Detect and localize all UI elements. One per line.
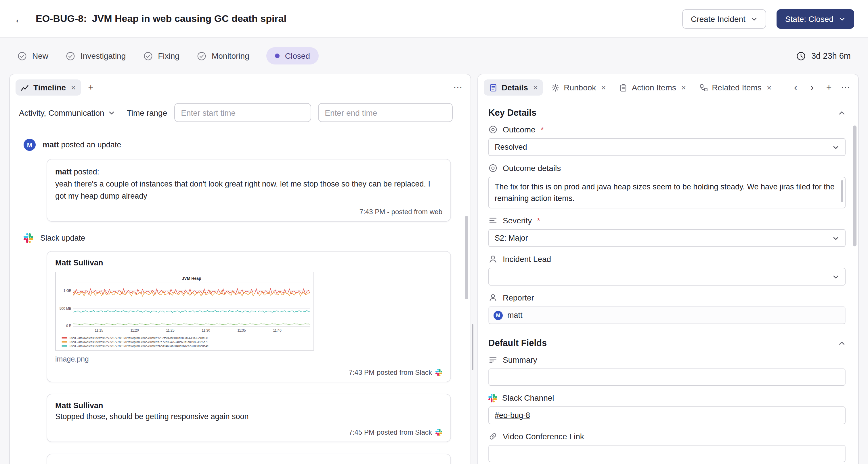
slack-author: Matt Sullivan: [55, 401, 442, 410]
x-tick: 11:20: [130, 328, 138, 332]
attachment-filename[interactable]: image.png: [55, 355, 442, 363]
timeline-more-button[interactable]: ⋯: [451, 81, 465, 94]
stage-new[interactable]: New: [17, 51, 48, 61]
default-fields-header: Default Fields: [488, 338, 845, 348]
legend-dash-icon: [62, 338, 67, 339]
tab-label: Timeline: [33, 83, 66, 92]
tab-runbook[interactable]: Runbook ×: [546, 80, 611, 95]
add-tab-button[interactable]: +: [84, 81, 97, 94]
slack-channel-link[interactable]: #eo-bug-8: [495, 411, 530, 420]
tab-label: Related Items: [712, 83, 762, 92]
y-tick: 500 MB: [60, 307, 71, 311]
slack-author: Matt Sullivan: [55, 259, 442, 267]
stage-closed[interactable]: Closed: [267, 47, 319, 64]
tab-related-items[interactable]: Related Items ×: [694, 80, 777, 95]
end-time-input[interactable]: [318, 103, 453, 122]
timestamp: 7:43 PM - posted from web: [360, 208, 442, 216]
label-text: Summary: [503, 355, 537, 365]
activity-filter-dropdown[interactable]: Activity, Communication: [19, 108, 115, 117]
person-icon: [488, 255, 498, 264]
related-items-icon: [699, 83, 708, 92]
state-label: State: Closed: [785, 14, 834, 23]
close-icon[interactable]: ×: [681, 84, 686, 91]
incident-duration: 3d 23h 6m: [796, 51, 851, 61]
entry-header: M matt posted an update: [24, 139, 451, 151]
legend-label: used - arn:aws:ecs:us-west-2:72287728817…: [70, 345, 209, 348]
start-time-input[interactable]: [174, 103, 311, 122]
select-value: S2: Major: [495, 234, 528, 242]
collapse-section-button[interactable]: [838, 109, 845, 117]
main-area: Timeline × + ⋯ Activity, Communication T…: [0, 74, 868, 464]
timeline-scrollbar[interactable]: [465, 216, 468, 299]
legend-row: used - arn:aws:ecs:us-west-2:72287728817…: [62, 344, 313, 348]
entry-header: Slack update: [24, 233, 451, 243]
slack-icon: [435, 429, 442, 435]
closed-dot-icon: [275, 54, 280, 58]
target-icon: [488, 125, 498, 134]
close-icon[interactable]: ×: [71, 84, 75, 91]
close-icon[interactable]: ×: [533, 84, 538, 91]
create-incident-label: Create Incident: [691, 14, 745, 23]
slack-channel-box: #eo-bug-8: [488, 406, 845, 424]
outcome-details-textarea[interactable]: The fix for this is on prod and java hea…: [488, 177, 845, 208]
label-text: Incident Lead: [503, 255, 551, 264]
tabs-scroll-left-button[interactable]: ‹: [788, 81, 802, 94]
label-text: Severity: [503, 216, 532, 225]
legend-row: used - arn:aws:ecs:us-west-2:72287728817…: [62, 340, 313, 344]
outcome-select[interactable]: Resolved: [488, 138, 845, 156]
field-label: Outcome *: [488, 125, 845, 134]
legend-row: used - arn:aws:ecs:us-west-2:72287728817…: [62, 348, 313, 349]
label-text: Reporter: [503, 293, 534, 302]
tab-timeline[interactable]: Timeline ×: [16, 80, 81, 95]
incident-lead-select[interactable]: [488, 268, 845, 286]
update-text: yeah there's a couple of instances that …: [55, 180, 430, 200]
person-icon: [488, 293, 498, 302]
field-label: Outcome details: [488, 164, 845, 173]
summary-input[interactable]: [488, 369, 845, 386]
stage-monitoring[interactable]: Monitoring: [197, 51, 249, 61]
tab-action-items[interactable]: Action Items ×: [614, 80, 691, 95]
tabs-scroll-right-button[interactable]: ›: [805, 81, 819, 94]
legend-row: used - arn:aws:ecs:us-west-2:72287728817…: [62, 336, 313, 340]
timeline-entry: Slack update Matt Sullivan JVM Heap 1 GB: [24, 233, 451, 382]
stage-investigating[interactable]: Investigating: [66, 51, 126, 61]
jvm-heap-chart: JVM Heap 1 GB 500 MB 0 B 11:15 11:20: [56, 274, 313, 335]
close-icon[interactable]: ×: [601, 84, 606, 91]
entry-heading: matt posted an update: [42, 141, 121, 149]
add-tab-button[interactable]: +: [822, 81, 836, 94]
time-range-label: Time range: [127, 108, 167, 117]
slack-message-card: Matt Sullivan Stopped those, should be g…: [46, 394, 451, 442]
required-marker: *: [541, 125, 544, 134]
collapse-section-button[interactable]: [838, 339, 845, 347]
back-arrow-icon[interactable]: ←: [14, 13, 25, 25]
slack-image-attachment[interactable]: JVM Heap 1 GB 500 MB 0 B 11:15 11:20: [55, 272, 314, 351]
stage-fixing[interactable]: Fixing: [143, 51, 180, 61]
state-closed-button[interactable]: State: Closed: [777, 9, 854, 29]
top-bar: ← EO-BUG-8: JVM Heap in web causing GC d…: [0, 0, 868, 38]
tab-label: Runbook: [564, 83, 596, 92]
textarea-scrollbar[interactable]: [841, 180, 843, 202]
close-icon[interactable]: ×: [767, 84, 771, 91]
tab-details[interactable]: Details ×: [484, 80, 543, 95]
tab-label: Action Items: [632, 83, 676, 92]
textarea-value: The fix for this is on prod and java hea…: [495, 182, 835, 203]
video-conference-input[interactable]: [488, 445, 845, 462]
details-scrollbar[interactable]: [853, 125, 857, 246]
reporter-value-row: M matt: [488, 306, 845, 324]
key-details-header: Key Details: [488, 108, 845, 118]
check-circle-icon: [143, 51, 153, 61]
stage-label: Fixing: [158, 51, 180, 60]
check-circle-icon: [197, 51, 207, 61]
stage-label: Monitoring: [212, 51, 249, 60]
severity-field: Severity * S2: Major: [488, 216, 845, 247]
panel-resize-handle[interactable]: [472, 324, 473, 370]
chevron-down-icon: [108, 109, 115, 116]
field-label: Incident Lead: [488, 255, 845, 264]
severity-select[interactable]: S2: Major: [488, 229, 845, 247]
reporter-name[interactable]: matt: [507, 311, 523, 319]
details-more-button[interactable]: ⋯: [839, 81, 852, 94]
create-incident-button[interactable]: Create Incident: [682, 9, 766, 29]
chevron-down-icon: [839, 15, 845, 22]
chevron-up-icon: [838, 339, 845, 347]
timeline-icon: [21, 83, 29, 92]
